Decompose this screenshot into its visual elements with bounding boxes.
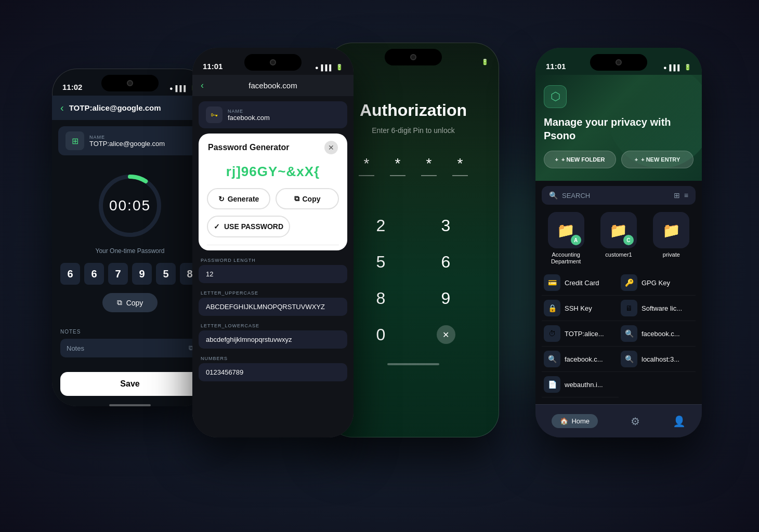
list-item-gpg-key[interactable]: 🔑 GPG Key	[619, 270, 696, 296]
list-item-facebook-2[interactable]: 🔍 facebook.c...	[542, 347, 619, 372]
phone-4-content: ⬡ Manage your privacy with Psono + + NEW…	[535, 75, 702, 437]
list-item-ssh-key[interactable]: 🔒 SSH Key	[542, 296, 619, 321]
p2-lowercase-value[interactable]: abcdefghijklmnopqrstuvwxyz	[199, 330, 347, 349]
back-arrow-icon-1[interactable]: ‹	[60, 102, 64, 114]
credit-card-label: Credit Card	[565, 279, 599, 287]
phones-container: 11:02 ● ▌▌▌ 🔋 ‹ TOTP:alice@google.com ⊞ …	[42, 17, 717, 515]
p2-modal-divider	[207, 245, 339, 245]
totp-icon: ⏱	[544, 325, 560, 342]
p4-search-icons: ⊞ ≡	[674, 191, 688, 200]
p1-notes-section: NOTES Notes ⧉	[52, 323, 208, 364]
p1-notes-label: NOTES	[60, 329, 200, 335]
p2-length-label: PASSWORD LENGTH	[192, 255, 354, 265]
numpad-9[interactable]: 9	[413, 280, 478, 316]
p4-home-label: Home	[571, 417, 590, 425]
numpad-8[interactable]: 8	[348, 280, 413, 316]
p2-use-password-label: USE PASSWORD	[224, 222, 283, 231]
gpg-key-icon: 🔑	[621, 274, 637, 291]
p4-folder-customer1[interactable]: 📁 C customer1	[594, 212, 643, 265]
numpad-2[interactable]: 2	[348, 207, 413, 244]
record-icon-4: ●	[663, 64, 667, 71]
time-4: 11:01	[546, 62, 566, 71]
p2-use-password-button[interactable]: ✓ USE PASSWORD	[207, 216, 290, 237]
filter-icon[interactable]: ⊞	[674, 191, 680, 200]
p2-lowercase-field: LETTER_LOWERCASE abcdefghijklmnopqrstuvw…	[192, 320, 354, 349]
numpad-5[interactable]: 5	[348, 244, 413, 280]
p2-length-value[interactable]: 12	[199, 265, 347, 283]
p2-modal-close-button[interactable]: ✕	[324, 141, 338, 154]
digit-1: 6	[84, 263, 104, 285]
settings-icon: ⚙	[631, 415, 640, 428]
p4-tab-settings[interactable]: ⚙	[631, 415, 640, 428]
list-item-software-lic[interactable]: 🖥 Software lic...	[619, 296, 696, 321]
p4-folder-name-customer1: customer1	[605, 251, 632, 258]
list-item-totp[interactable]: ⏱ TOTP:alice...	[542, 321, 619, 347]
credit-card-icon: 💳	[544, 274, 560, 291]
phone-password-gen: 11:01 ● ▌▌▌ 🔋 ‹ facebook.com 🗝 NAME face…	[192, 48, 354, 437]
p2-uppercase-label: LETTER_UPPERCASE	[192, 287, 354, 298]
numpad-3[interactable]: 3	[413, 207, 478, 244]
ssh-key-icon: 🔒	[544, 300, 560, 316]
p1-save-button[interactable]: Save	[60, 372, 200, 396]
p4-search-bar[interactable]: 🔍 SEARCH ⊞ ≡	[542, 186, 696, 205]
numpad-6[interactable]: 6	[413, 244, 478, 280]
time-2: 11:01	[203, 62, 223, 71]
p4-folder-name-accounting: AccountingDepartment	[551, 251, 581, 265]
p3-pin-char-4: *	[457, 155, 463, 172]
p2-copy-button[interactable]: ⧉ Copy	[276, 188, 339, 209]
p1-timer-section: 00:05 Your One-time Password 6 6 7 9 5 8…	[52, 162, 208, 323]
phone-psono-home: 11:01 ● ▌▌▌ 🔋 ⬡ Manage your privacy with…	[535, 48, 702, 437]
list-item-webauthn[interactable]: 📄 webauthn.i...	[542, 372, 619, 397]
check-icon: ✓	[214, 222, 220, 231]
software-lic-icon: 🖥	[621, 300, 637, 316]
facebook-icon-2: 🔍	[544, 351, 560, 367]
facebook-label-2: facebook.c...	[565, 355, 603, 363]
p3-pin-line-2	[390, 175, 405, 176]
p1-notes-input[interactable]: Notes ⧉	[60, 339, 200, 357]
p4-folder-accounting[interactable]: 📁 A AccountingDepartment	[542, 212, 590, 265]
p4-tab-home[interactable]: 🏠 Home	[552, 414, 598, 428]
facebook-label-1: facebook.c...	[642, 330, 680, 338]
p1-copy-label: Copy	[126, 299, 143, 307]
search-icon: 🔍	[549, 191, 558, 200]
p3-pin-char-3: *	[426, 155, 432, 172]
plus-icon-folder: +	[555, 156, 558, 163]
p4-tab-profile[interactable]: 👤	[673, 415, 686, 428]
p2-modal-title: Password Generator	[208, 143, 290, 152]
numpad-0[interactable]: 0	[348, 316, 413, 353]
p3-pin-1: *	[359, 155, 374, 176]
p1-totp-icon: ⊞	[66, 131, 84, 150]
p1-notes-placeholder: Notes	[67, 344, 84, 352]
signal-icon-2: ▌▌▌	[321, 64, 333, 71]
p3-pin-line-1	[359, 175, 374, 176]
numpad-backspace[interactable]: ✕	[413, 316, 478, 353]
p4-new-folder-button[interactable]: + + NEW FOLDER	[544, 151, 616, 168]
folder-badge-accounting: A	[571, 235, 581, 245]
p2-copy-label: Copy	[303, 195, 321, 203]
dynamic-island-2	[244, 54, 302, 71]
signal-icon-1: ▌▌▌	[176, 85, 188, 91]
p2-uppercase-value[interactable]: ABCDEFGHIJKLMNOPQRSTUVWXYZ	[199, 298, 347, 316]
time-1: 11:02	[62, 83, 82, 91]
dynamic-island-4	[590, 54, 647, 71]
list-item-localhost[interactable]: 🔍 localhost:3...	[619, 347, 696, 372]
p4-hero-buttons: + + NEW FOLDER + + NEW ENTRY	[544, 151, 693, 168]
list-icon[interactable]: ≡	[684, 191, 688, 200]
p3-pin-char-1: *	[364, 155, 370, 172]
battery-icon-4: 🔋	[684, 64, 691, 71]
p1-header-title: TOTP:alice@google.com	[69, 103, 161, 112]
p3-pin-line-4	[452, 175, 468, 176]
p2-numbers-value[interactable]: 0123456789	[199, 363, 347, 381]
gpg-key-label: GPG Key	[642, 279, 670, 287]
p1-timer-display: 00:05	[109, 197, 151, 214]
list-item-facebook-1[interactable]: 🔍 facebook.c...	[619, 321, 696, 347]
p1-copy-button[interactable]: ⧉ Copy	[102, 293, 158, 312]
back-arrow-icon-2[interactable]: ‹	[201, 80, 204, 91]
p4-folder-private[interactable]: 📁 private	[647, 212, 696, 265]
p4-hero: ⬡ Manage your privacy with Psono + + NEW…	[535, 75, 702, 181]
list-item-credit-card[interactable]: 💳 Credit Card	[542, 270, 619, 296]
p2-generate-button[interactable]: ↻ Generate	[207, 188, 270, 209]
p2-length-field: PASSWORD LENGTH 12	[192, 255, 354, 283]
p4-new-entry-button[interactable]: + + NEW ENTRY	[621, 151, 693, 168]
psono-logo-icon: ⬡	[551, 90, 560, 103]
